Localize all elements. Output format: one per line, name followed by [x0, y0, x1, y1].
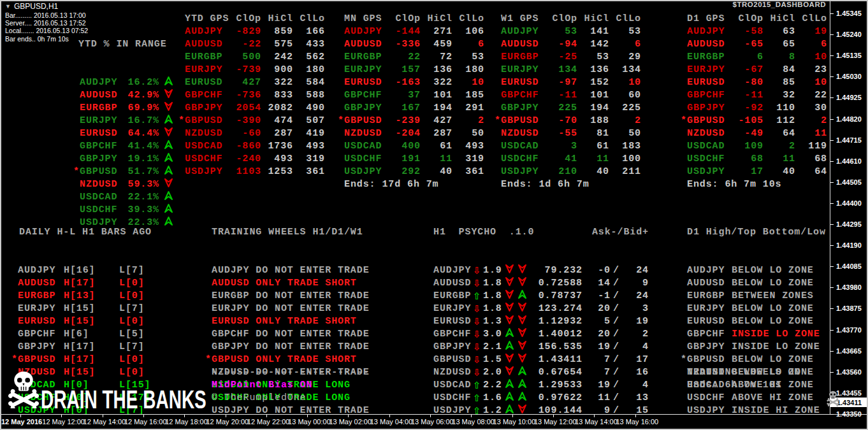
gps-panel-mn: MN GPSClOpHiClClLoAUDJPY-144271106AUDUSD…	[338, 13, 484, 191]
skull-crossbones-icon	[8, 371, 40, 412]
range-percent: 16.2%	[119, 76, 159, 89]
cllo-value: 493	[293, 140, 325, 153]
cllo-value: 53	[609, 25, 641, 38]
pair-name: AUDUSD	[80, 89, 119, 102]
gps-row: EURJPY134136134	[495, 64, 641, 76]
pair-name: GBPCHF	[18, 328, 64, 341]
up-arrow-icon: ⇧	[473, 381, 483, 390]
trade-advice: EURGBP DO NOT ENTER TRADE	[212, 290, 370, 303]
pair-name: GBPJPY	[687, 341, 732, 354]
cllo-value: 10	[795, 51, 827, 64]
cllo-value: 22	[795, 89, 827, 102]
slash-separator: /	[611, 290, 622, 303]
down-chevron-icon	[505, 264, 514, 278]
time-label: 13 May 14:00	[575, 418, 618, 426]
time-axis[interactable]: 12 May 201612 May 12:0012 May 14:0012 Ma…	[0, 415, 868, 430]
pair-name: EURJPY	[501, 64, 540, 76]
clop-value: 109	[727, 140, 763, 153]
hicl-value: 110	[763, 102, 795, 115]
star-marker: *	[681, 354, 687, 366]
col-header-hicl: HiCl	[421, 13, 452, 25]
price-label: 1.43665	[836, 347, 862, 355]
pair-name: GBPCHF	[80, 140, 119, 153]
arrow-cell	[159, 127, 177, 141]
hicl-value: 152	[577, 76, 609, 89]
star-marker: *	[495, 115, 501, 127]
hicl-value: 575	[261, 38, 293, 51]
clop-value: -92	[727, 102, 763, 115]
clop-value: 2054	[224, 102, 261, 115]
down-chevron-icon	[517, 264, 527, 278]
cllo-value: 11	[795, 127, 827, 140]
hicl-value: 85	[763, 76, 795, 89]
hicl-value: 112	[763, 115, 795, 127]
time-tick	[103, 415, 103, 417]
pair-name: GBPJPY	[185, 102, 224, 115]
gps-row: USDJPY21040211	[495, 166, 641, 178]
chart-window[interactable]: ▼ GBPUSD,H1 Bar......... 2016.05.13 17:0…	[0, 0, 868, 430]
daily-row: AUDUSDH[17]L[0]	[11, 277, 152, 290]
pair-name: EURJPY	[185, 64, 224, 76]
down-chevron-icon	[505, 366, 514, 380]
clop-value: 500	[224, 51, 261, 64]
ask-value: -1	[582, 290, 611, 303]
price-axis[interactable]: 1.453451.452401.451351.450301.449251.448…	[830, 0, 868, 414]
low-bars-ago: L[0]	[119, 277, 152, 290]
down-arrow-icon: ⇩	[473, 343, 483, 352]
gps-row: AUDUSD-941426	[495, 38, 641, 51]
up-chevron-icon	[164, 76, 173, 90]
range-row: GBPCHF41.4%	[73, 140, 177, 153]
pair-name: USDCAD	[344, 140, 384, 153]
cllo-value: 584	[293, 76, 325, 89]
time-label: 12 May 18:00	[165, 418, 208, 426]
cllo-value: 166	[293, 25, 325, 38]
hicl-value: 40	[421, 166, 452, 178]
cllo-value: 507	[293, 115, 325, 127]
high-bars-ago: H[16]	[64, 264, 119, 277]
hicl-value: 40	[763, 166, 795, 178]
hicl-value: 859	[261, 25, 293, 38]
gps-row: *GBPUSD-701882	[495, 115, 641, 127]
hicl-value: 287	[261, 127, 293, 140]
gps-row: *GBPUSD-1051122	[681, 115, 827, 127]
time-tick	[184, 415, 185, 417]
clop-value: 292	[384, 166, 421, 178]
clop-value: -65	[727, 38, 763, 51]
col-header-hicl: HiCl	[577, 13, 609, 25]
clop-value: 3	[540, 140, 577, 153]
gps-row: NZDUSD-558150	[495, 127, 641, 140]
arrow-cell	[159, 204, 177, 217]
high-bars-ago: H[15]	[64, 366, 119, 379]
hicl-value: 136	[577, 64, 609, 76]
cllo-value: 134	[609, 64, 641, 76]
time-tick	[635, 415, 636, 417]
hicl-value: 188	[577, 115, 609, 127]
slash-separator: /	[611, 264, 622, 277]
price-tick	[830, 140, 834, 141]
high-bars-ago: H[17]	[64, 354, 119, 366]
clop-value: -860	[224, 140, 261, 153]
collapse-triangle-icon[interactable]: ▼	[5, 3, 11, 10]
training-row: EURGBP DO NOT ENTER TRADE	[205, 290, 370, 303]
low-bars-ago: L[7]	[119, 264, 152, 277]
down-chevron-icon	[517, 303, 527, 316]
psycho-row: GBPJPY⇩2.1156.53519/4	[433, 341, 650, 354]
clop-value: 427	[224, 76, 261, 89]
price-label: 1.44190	[836, 241, 862, 249]
pair-name: USDJPY	[185, 166, 224, 178]
pair-name: AUDUSD	[344, 38, 384, 51]
price-tick	[830, 308, 834, 309]
cllo-value: 68	[795, 153, 827, 166]
hicl-value: 493	[261, 153, 293, 166]
arrow-cell	[159, 166, 177, 179]
down-chevron-icon	[517, 277, 527, 290]
zone-status: ABOVE HI ZONE	[732, 392, 814, 405]
time-label: 12 May 22:00	[247, 418, 290, 426]
col-header-hicl: HiCl	[763, 13, 795, 25]
cllo-value: 19	[795, 25, 827, 38]
mini-skull-icon	[827, 390, 839, 410]
price-tick	[830, 76, 834, 77]
slash-separator: /	[611, 328, 622, 341]
price-tick	[830, 55, 834, 56]
drain-the-banks-logo: DRAIN THE BANKS	[41, 385, 206, 414]
